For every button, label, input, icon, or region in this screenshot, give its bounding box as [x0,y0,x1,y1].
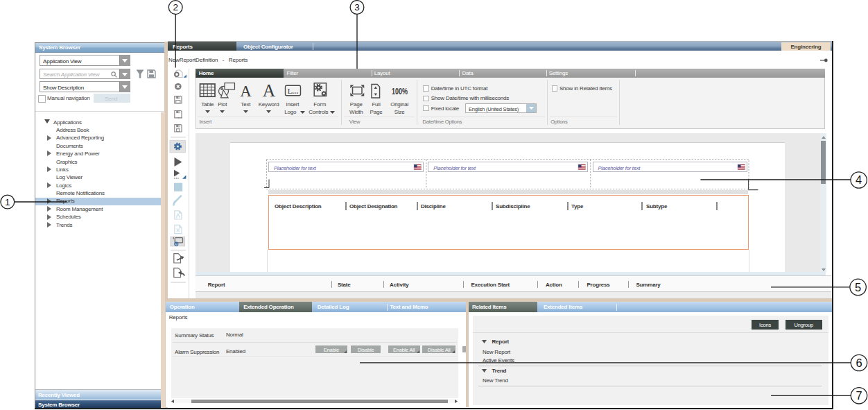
svg-text:2: 2 [173,2,178,12]
svg-text:6: 6 [856,357,862,369]
svg-text:4: 4 [856,173,862,186]
svg-text:3: 3 [354,2,360,12]
svg-text:1: 1 [5,197,10,207]
svg-text:5: 5 [855,281,861,293]
svg-text:7: 7 [856,389,862,402]
